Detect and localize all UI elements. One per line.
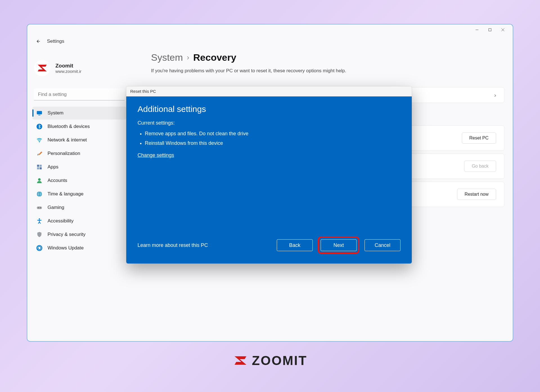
breadcrumb-root[interactable]: System <box>151 52 183 63</box>
svg-rect-5 <box>37 111 42 114</box>
breadcrumb-current: Recovery <box>193 52 236 63</box>
sidebar-item-label: Network & internet <box>48 137 87 143</box>
minimize-button[interactable] <box>471 25 483 34</box>
svg-point-19 <box>40 208 41 208</box>
update-icon <box>36 245 42 251</box>
sidebar-item-apps[interactable]: Apps <box>32 161 126 174</box>
maximize-button[interactable] <box>483 25 496 34</box>
svg-rect-11 <box>37 167 39 169</box>
dialog-window-title: Reset this PC <box>126 86 412 96</box>
profile-section[interactable]: Zoomit www.zoomit.ir <box>32 60 126 85</box>
back-button[interactable] <box>34 37 42 45</box>
sidebar-item-windows-update[interactable]: Windows Update <box>32 242 126 254</box>
monitor-icon <box>36 110 42 116</box>
dialog-current-settings-label: Current settings: <box>138 120 400 126</box>
profile-name: Zoomit <box>55 63 82 69</box>
sidebar-item-label: Privacy & security <box>48 232 86 237</box>
sidebar-item-gaming[interactable]: Gaming <box>32 201 126 214</box>
dialog-bullet-item: Reinstall Windows from this device <box>145 138 400 148</box>
sidebar-item-time-language[interactable]: Time & language <box>32 188 126 200</box>
sidebar-item-label: Apps <box>48 164 58 170</box>
zoomit-brand-text: ZOOMIT <box>252 353 307 368</box>
window-titlebar <box>27 24 513 35</box>
go-back-button: Go back <box>464 161 496 172</box>
dialog-cancel-button[interactable]: Cancel <box>364 239 400 251</box>
dialog-next-button[interactable]: Next <box>321 239 357 251</box>
svg-rect-6 <box>38 115 40 115</box>
reset-pc-button[interactable]: Reset PC <box>462 132 496 144</box>
wifi-icon <box>36 137 42 143</box>
brush-icon <box>36 150 42 157</box>
sidebar-item-label: Bluetooth & devices <box>48 124 90 129</box>
zoomit-brand-footer: ZOOMIT <box>233 353 307 368</box>
gamepad-icon <box>36 204 42 211</box>
sidebar-item-network[interactable]: Network & internet <box>32 134 126 147</box>
svg-rect-17 <box>37 206 42 209</box>
reset-pc-dialog: Reset this PC Additional settings Curren… <box>126 86 412 263</box>
sidebar-item-label: Accessibility <box>48 218 74 224</box>
highlight-annotation: Next <box>318 236 359 254</box>
app-title: Settings <box>47 39 64 44</box>
svg-rect-12 <box>40 167 42 169</box>
close-button[interactable] <box>496 25 509 34</box>
chevron-right-icon: › <box>187 53 189 62</box>
dialog-back-button[interactable]: Back <box>277 239 313 251</box>
sidebar-item-label: System <box>48 110 64 116</box>
dialog-heading: Additional settings <box>138 104 400 114</box>
breadcrumb: System › Recovery <box>151 52 504 63</box>
globe-icon <box>36 191 42 197</box>
learn-more-link[interactable]: Learn more about reset this PC <box>138 242 208 248</box>
chevron-right-icon: › <box>494 92 496 98</box>
avatar <box>34 60 50 76</box>
sidebar-item-label: Time & language <box>48 191 84 197</box>
sidebar-item-personalization[interactable]: Personalization <box>32 147 126 160</box>
sidebar-item-bluetooth[interactable]: Bluetooth & devices <box>32 120 126 133</box>
settings-window: Settings Zoomit www.zoomit.ir <box>27 24 513 342</box>
sidebar-item-privacy[interactable]: Privacy & security <box>32 228 126 241</box>
zoomit-logo-icon <box>233 353 248 368</box>
search-container <box>34 89 125 100</box>
profile-url: www.zoomit.ir <box>55 69 82 74</box>
svg-point-8 <box>39 142 40 143</box>
svg-point-18 <box>38 208 39 208</box>
dialog-bullet-list: Remove apps and files. Do not clean the … <box>138 129 400 148</box>
sidebar-item-label: Personalization <box>48 151 80 156</box>
shield-icon <box>36 231 42 238</box>
dialog-bullet-item: Remove apps and files. Do not clean the … <box>145 129 400 138</box>
svg-rect-10 <box>40 165 42 167</box>
change-settings-link[interactable]: Change settings <box>138 152 400 158</box>
person-icon <box>36 177 42 184</box>
apps-icon <box>36 164 42 170</box>
accessibility-icon <box>36 218 42 224</box>
svg-point-13 <box>38 178 40 181</box>
sidebar-nav: System Bluetooth & devices Network & int… <box>32 107 126 254</box>
svg-rect-9 <box>37 165 39 167</box>
page-subtitle: If you're having problems with your PC o… <box>151 68 504 74</box>
search-input[interactable] <box>34 89 125 100</box>
sidebar-item-system[interactable]: System <box>32 107 126 120</box>
svg-point-20 <box>39 218 40 220</box>
sidebar-item-label: Gaming <box>48 205 64 210</box>
restart-now-button[interactable]: Restart now <box>457 189 496 200</box>
sidebar: Zoomit www.zoomit.ir System Bluetooth & … <box>27 35 129 341</box>
svg-rect-1 <box>489 29 491 31</box>
sidebar-item-accounts[interactable]: Accounts <box>32 174 126 187</box>
sidebar-item-label: Windows Update <box>48 245 84 251</box>
sidebar-item-label: Accounts <box>48 178 67 183</box>
sidebar-item-accessibility[interactable]: Accessibility <box>32 215 126 227</box>
bluetooth-icon <box>36 123 42 130</box>
